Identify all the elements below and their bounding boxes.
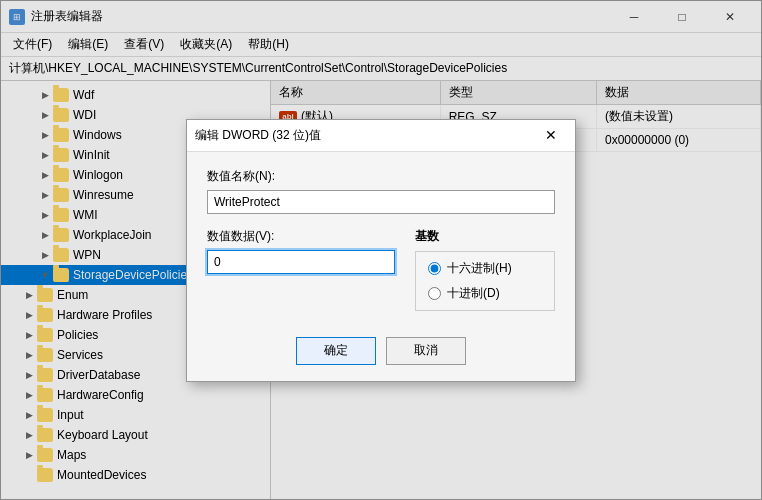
cancel-button[interactable]: 取消 — [386, 337, 466, 365]
data-base-row: 数值数据(V): 基数 十六进制(H) 十进制(D) — [207, 228, 555, 311]
dialog-body: 数值名称(N): 数值数据(V): 基数 十六进制(H) — [187, 152, 575, 327]
data-label: 数值数据(V): — [207, 228, 395, 245]
radio-hex[interactable] — [428, 262, 441, 275]
data-section: 数值数据(V): — [207, 228, 395, 311]
dialog-close-button[interactable]: ✕ — [535, 119, 567, 151]
data-input[interactable] — [207, 250, 395, 274]
radio-dec-label[interactable]: 十进制(D) — [428, 285, 542, 302]
radio-dec-text: 十进制(D) — [447, 285, 500, 302]
dialog-footer: 确定 取消 — [187, 327, 575, 381]
dialog-overlay: 编辑 DWORD (32 位)值 ✕ 数值名称(N): 数值数据(V): — [0, 0, 762, 500]
base-section: 基数 十六进制(H) 十进制(D) — [415, 228, 555, 311]
radio-dec[interactable] — [428, 287, 441, 300]
radio-hex-label[interactable]: 十六进制(H) — [428, 260, 542, 277]
edit-dword-dialog: 编辑 DWORD (32 位)值 ✕ 数值名称(N): 数值数据(V): — [186, 119, 576, 382]
base-label: 基数 — [415, 228, 555, 245]
name-input[interactable] — [207, 190, 555, 214]
name-section: 数值名称(N): — [207, 168, 555, 214]
dialog-title-bar: 编辑 DWORD (32 位)值 ✕ — [187, 120, 575, 152]
dialog-title: 编辑 DWORD (32 位)值 — [195, 127, 535, 144]
radio-hex-text: 十六进制(H) — [447, 260, 512, 277]
base-radio-group: 十六进制(H) 十进制(D) — [415, 251, 555, 311]
ok-button[interactable]: 确定 — [296, 337, 376, 365]
name-label: 数值名称(N): — [207, 168, 555, 185]
